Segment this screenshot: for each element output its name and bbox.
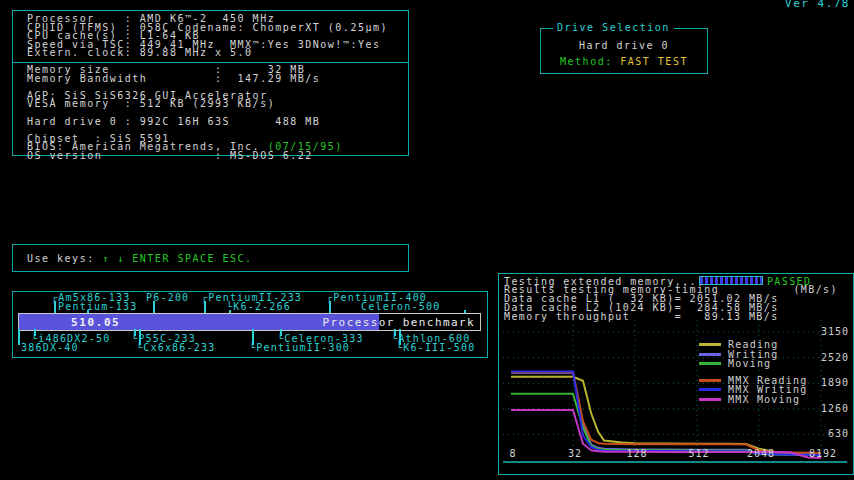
cpu-label: └K6-2-266 [226,302,291,311]
selected-drive-item[interactable]: Hard drive 0 [541,40,707,51]
keys-help-keys: ↑ ↓ ENTER SPACE ESC. [102,253,252,264]
cpu-label: Celeron-500 [361,302,440,311]
connector-line [134,329,136,336]
connector-line [464,310,466,313]
legend-swatch [699,353,721,356]
y-tick-label: 1890 [821,377,849,388]
x-tick-label: 512 [688,448,709,459]
legend-swatch [699,398,721,401]
legend-label: MMX Moving [728,394,800,405]
drive-selection-panel: Drive Selection Hard drive 0 Method: FAS… [540,28,708,74]
connector-line [399,329,401,345]
keys-help-label: Use keys: [27,253,102,264]
memory-test-panel: Testing extended memory...PASSEDResults … [498,273,854,475]
legend-swatch [699,379,721,382]
info-line: Extern. clock: 89.88 MHz x 5.0 [27,49,408,58]
memory-info-section: Memory size : 32 MBMemory Bandwidth : 14… [13,65,408,161]
connector-line [229,310,231,313]
cpu-benchmark-panel: 510.05 Processor benchmark ┌Am5x86-133P6… [12,291,488,358]
cpu-label: └K6-III-500 [396,343,475,352]
system-info-panel: Processor : AMD K6™-2 450 MHzCPUID (TFMS… [12,10,409,156]
benchmark-bar[interactable]: 510.05 Processor benchmark [18,313,481,331]
cpu-label: Pentium-133 [58,302,137,311]
dos-benchmark-screen: Ver 4.78 Processor : AMD K6™-2 450 MHzCP… [0,0,854,480]
connector-line [139,329,141,345]
y-tick-label: 2520 [821,352,849,363]
connector-line [394,329,396,336]
info-text: Hard drive 0 : 992C 16H 63S 488 MB [27,116,320,127]
y-tick-label: 3150 [821,326,849,337]
cpu-info-section: Processor : AMD K6™-2 450 MHzCPUID (TFMS… [13,11,408,60]
method-value: FAST TEST [620,56,688,67]
cpu-label: └PentiumII-300 [249,343,350,352]
cpu-label: 386DX-40 [21,343,79,352]
keys-help-panel: Use keys: ↑ ↓ ENTER SPACE ESC. [12,244,409,272]
x-tick-label: 128 [626,448,647,459]
x-tick-label: 8 [509,448,516,459]
info-line: OS version : MS-DOS 6.22 [27,152,408,161]
legend-swatch [699,343,721,346]
info-line: Hard drive 0 : 992C 16H 63S 488 MB [27,118,408,127]
info-text: OS version : MS-DOS 6.22 [27,150,313,161]
connector-line [153,301,155,313]
info-text: VESA memory : 512 KB (2993 KB/s) [27,98,275,109]
x-tick-label: 8192 [809,448,837,459]
y-tick-label: 1260 [821,403,849,414]
benchmark-bar-label: Processor benchmark [323,316,475,329]
info-text: Extern. clock: 89.88 MHz x 5.0 [27,47,253,58]
connector-line [204,301,206,313]
info-line: VESA memory : 512 KB (2993 KB/s) [27,100,408,109]
connector-line [87,310,89,313]
drive-method-line: Method: FAST TEST [541,56,707,67]
info-text: Memory Bandwidth : 147.29 MB/s [27,73,320,84]
benchmark-score: 510.05 [71,316,120,329]
x-tick-label: 2048 [747,448,775,459]
cpu-label: └Cx6x86-233 [136,343,215,352]
section-divider [13,62,408,63]
legend-item: Moving [699,359,807,369]
legend-swatch [699,362,721,365]
connector-line [18,329,20,345]
connector-line [252,329,254,345]
legend-label: Moving [728,358,771,369]
info-line: Memory Bandwidth : 147.29 MB/s [27,75,408,84]
connector-line [34,329,36,336]
keys-help-line: Use keys: ↑ ↓ ENTER SPACE ESC. [13,245,408,264]
legend-item: MMX Moving [699,395,807,405]
x-tick-label: 32 [568,448,582,459]
legend-swatch [699,388,721,391]
drive-selection-title: Drive Selection [553,22,674,33]
connector-line [329,301,331,313]
method-label: Method: [560,56,620,67]
y-tick-label: 630 [828,428,849,439]
connector-line [280,329,282,336]
connector-line [54,301,56,313]
version-label: Ver 4.78 [785,0,850,10]
chart-legend: ReadingWritingMovingMMX ReadingMMX Writi… [699,340,807,404]
